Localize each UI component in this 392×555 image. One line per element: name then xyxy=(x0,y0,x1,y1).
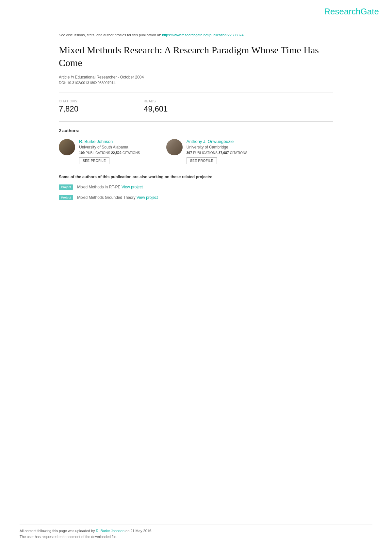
page-container: See discussions, stats, and author profi… xyxy=(39,20,353,225)
doi: DOI: 10.3102/0013189X033007014 xyxy=(59,81,333,85)
author2-pub-label: PUBLICATIONS xyxy=(193,151,219,155)
stats-row: CITATIONS 7,820 READS 49,601 xyxy=(59,99,333,113)
author-info-2: Anthony J. Onwuegbuzie University of Cam… xyxy=(187,139,248,164)
author2-cit-num: 37,087 xyxy=(219,151,229,155)
stats-divider xyxy=(59,93,333,93)
authors-grid: R. Burke Johnson University of South Ala… xyxy=(59,139,333,164)
author2-cit-label: CITATIONS xyxy=(230,151,248,155)
paper-title: Mixed Methods Research: A Research Parad… xyxy=(59,43,333,69)
citations-block: CITATIONS 7,820 xyxy=(59,99,78,113)
top-notice-prefix: See discussions, stats, and author profi… xyxy=(59,33,162,37)
top-notice: See discussions, stats, and author profi… xyxy=(59,33,333,37)
see-profile-button-1[interactable]: SEE PROFILE xyxy=(79,157,109,164)
footer-upload-text: All content following this page was uplo… xyxy=(20,529,372,533)
project-text-prefix-2: Mixed Methods Grounded Theory xyxy=(77,195,137,200)
footer-divider xyxy=(20,525,372,525)
project-text-1: Mixed Methods in RT-PE View project xyxy=(77,185,143,189)
author1-pub-label: PUBLICATIONS xyxy=(86,151,111,155)
project-badge-2: Project xyxy=(59,195,73,200)
author1-cit-num: 22,522 xyxy=(111,151,122,155)
footer-note: The user has requested enhancement of th… xyxy=(20,535,372,539)
reads-block: READS 49,601 xyxy=(144,99,168,113)
authors-divider xyxy=(59,121,333,122)
project-link-2[interactable]: View project xyxy=(137,195,158,200)
author-avatar-1 xyxy=(59,139,75,155)
article-type: Article xyxy=(59,75,70,79)
author-stats-1: 109 PUBLICATIONS 22,522 CITATIONS xyxy=(79,151,140,155)
author-institution-2: University of Cambridge xyxy=(187,145,248,149)
project-item-2: Project Mixed Methods Grounded Theory Vi… xyxy=(59,195,333,200)
reads-value: 49,601 xyxy=(144,104,168,113)
author2-pub-num: 397 xyxy=(187,151,192,155)
article-in: in xyxy=(71,75,75,79)
footer-upload-date: on 21 May 2016. xyxy=(124,529,152,533)
header: ResearchGate xyxy=(0,0,392,20)
author-stats-2: 397 PUBLICATIONS 37,087 CITATIONS xyxy=(187,151,248,155)
author-card-1: R. Burke Johnson University of South Ala… xyxy=(59,139,140,164)
reads-label: READS xyxy=(144,99,168,103)
related-projects-heading: Some of the authors of this publication … xyxy=(59,175,333,179)
citations-label: CITATIONS xyxy=(59,99,78,103)
citations-value: 7,820 xyxy=(59,104,78,113)
project-link-1[interactable]: View project xyxy=(122,185,143,189)
author-name-2[interactable]: Anthony J. Onwuegbuzie xyxy=(187,139,248,144)
author-card-2: Anthony J. Onwuegbuzie University of Cam… xyxy=(166,139,248,164)
authors-heading: 2 authors: xyxy=(59,128,333,133)
author1-pub-num: 109 xyxy=(79,151,85,155)
researchgate-logo: ResearchGate xyxy=(324,7,379,17)
project-item-1: Project Mixed Methods in RT-PE View proj… xyxy=(59,184,333,190)
project-badge-1: Project xyxy=(59,184,73,190)
author1-cit-label: CITATIONS xyxy=(122,151,140,155)
article-journal: Educational Researcher xyxy=(75,75,117,79)
author-avatar-2 xyxy=(166,139,183,155)
project-text-2: Mixed Methods Grounded Theory View proje… xyxy=(77,195,158,200)
see-profile-button-2[interactable]: SEE PROFILE xyxy=(187,157,217,164)
top-notice-link[interactable]: https://www.researchgate.net/publication… xyxy=(162,33,246,37)
footer-uploader-link[interactable]: R. Burke Johnson xyxy=(96,529,124,533)
footer-upload-prefix: All content following this page was uplo… xyxy=(20,529,96,533)
project-text-prefix-1: Mixed Methods in RT-PE xyxy=(77,185,122,189)
author-info-1: R. Burke Johnson University of South Ala… xyxy=(79,139,140,164)
author-avatar-img-2 xyxy=(166,139,183,155)
article-meta: Article in Educational Researcher · Octo… xyxy=(59,75,333,79)
author-institution-1: University of South Alabama xyxy=(79,145,140,149)
author-name-1[interactable]: R. Burke Johnson xyxy=(79,139,140,144)
article-date: October 2004 xyxy=(120,75,144,79)
author-avatar-img-1 xyxy=(59,139,75,155)
footer: All content following this page was uplo… xyxy=(20,525,372,539)
